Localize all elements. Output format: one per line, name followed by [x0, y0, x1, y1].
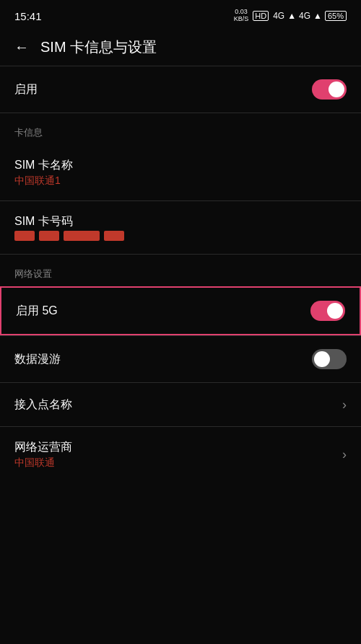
enable-5g-toggle[interactable] [310, 301, 345, 321]
battery-icon: 65% [325, 11, 347, 21]
enable-5g-toggle-thumb [327, 303, 343, 319]
page-header: ← SIM 卡信息与设置 [0, 29, 361, 66]
enable-5g-row: 启用 5G [0, 286, 361, 335]
sim-number-value [14, 231, 124, 241]
sim-name-block: SIM 卡名称 中国联通1 [14, 158, 73, 188]
enable-label: 启用 [14, 82, 38, 97]
apn-row[interactable]: 接入点名称 › [0, 383, 361, 426]
sim-number-block: SIM 卡号码 [14, 214, 124, 241]
hd-badge: HD [253, 11, 269, 21]
redact-3 [64, 231, 100, 241]
card-info-section-header: 卡信息 [0, 113, 361, 145]
status-bar: 15:41 0.03 KB/S HD 4G ▲ 4G ▲ 65% [0, 0, 361, 29]
status-time: 15:41 [14, 10, 42, 22]
enable-toggle-thumb [329, 81, 344, 97]
data-roaming-toggle-thumb [314, 351, 330, 367]
sim-name-label: SIM 卡名称 [14, 158, 73, 173]
redact-2 [39, 231, 59, 241]
sim-name-value: 中国联通1 [14, 175, 73, 188]
carrier-block: 网络运营商 中国联通 [14, 440, 72, 469]
sim-number-row: SIM 卡号码 [0, 201, 361, 254]
apn-chevron-icon: › [342, 397, 347, 413]
status-icons: 0.03 KB/S HD 4G ▲ 4G ▲ 65% [234, 9, 347, 23]
data-roaming-label: 数据漫游 [14, 352, 61, 367]
data-speed: 0.03 KB/S [234, 9, 249, 23]
carrier-chevron-icon: › [342, 447, 347, 462]
carrier-label: 网络运营商 [14, 440, 72, 455]
data-roaming-toggle[interactable] [312, 349, 347, 369]
signal-bars-2-icon: ▲ [313, 11, 322, 21]
sim-name-row: SIM 卡名称 中国联通1 [0, 145, 361, 200]
network-settings-section-header: 网络设置 [0, 255, 361, 286]
signal-bars-icon: ▲ [287, 11, 296, 21]
carrier-row[interactable]: 网络运营商 中国联通 › [0, 427, 361, 482]
redact-1 [14, 231, 35, 241]
apn-label: 接入点名称 [14, 397, 72, 413]
redact-4 [104, 231, 124, 241]
enable-row: 启用 [0, 66, 361, 113]
sim-number-label: SIM 卡号码 [14, 214, 124, 229]
page-title: SIM 卡信息与设置 [40, 38, 157, 57]
signal-4g-2-icon: 4G [299, 11, 310, 21]
data-roaming-row: 数据漫游 [0, 336, 361, 382]
enable-toggle[interactable] [312, 79, 347, 100]
back-button[interactable]: ← [14, 39, 29, 56]
enable-5g-label: 启用 5G [16, 304, 58, 319]
signal-4g-icon: 4G [273, 11, 284, 21]
carrier-value: 中国联通 [14, 456, 72, 469]
